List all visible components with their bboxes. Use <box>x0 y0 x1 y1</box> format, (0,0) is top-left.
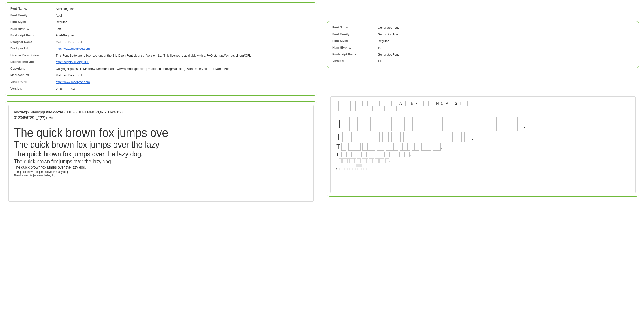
meta-value: Matthew Desmond <box>55 39 312 46</box>
missing-glyph-box <box>454 117 459 131</box>
meta-row: Font Family:GeneratedFont <box>332 31 634 38</box>
meta-row: Version:1.0 <box>332 58 634 64</box>
missing-glyph-box <box>393 152 395 157</box>
missing-glyph-box <box>383 117 387 131</box>
missing-glyph-box <box>342 132 346 142</box>
missing-glyph-box <box>366 158 368 163</box>
meta-value: 10 <box>377 44 634 51</box>
missing-glyph-box <box>446 132 450 142</box>
missing-glyph-box <box>461 132 465 142</box>
meta-key: Font Family: <box>332 31 377 38</box>
missing-glyph-box <box>382 143 384 151</box>
missing-glyph-box <box>480 117 484 131</box>
meta-row: Version:Version 1.003 <box>10 85 312 92</box>
missing-glyph-box <box>358 106 360 111</box>
missing-glyph-box <box>365 168 366 170</box>
waterfall-line-6: The quick brown fox jumps over the lazy … <box>14 170 278 174</box>
missing-glyph-box <box>369 164 370 167</box>
missing-glyph-box <box>496 117 501 131</box>
rendered-glyph: . <box>369 168 370 170</box>
right-meta-card: Font Name:GeneratedFontFont Family:Gener… <box>327 21 639 68</box>
rendered-glyph: S <box>455 101 457 106</box>
meta-value: Version 1.003 <box>55 85 312 92</box>
missing-glyph-box <box>425 117 430 131</box>
rendered-glyph: T <box>337 117 343 131</box>
missing-glyph-box <box>452 101 454 106</box>
gen-waterfall: T. T. T. T. T. T. T. <box>336 117 630 170</box>
missing-glyph-box <box>394 132 398 142</box>
meta-key: Postscript Name: <box>332 51 377 58</box>
rendered-glyph: T <box>336 152 339 157</box>
rendered-glyph: A <box>399 101 402 106</box>
missing-glyph-box <box>345 164 346 167</box>
missing-glyph-box <box>406 132 410 142</box>
meta-key: Num Glyphs: <box>10 26 55 32</box>
gen-charset: AEFNOPST . <box>336 101 630 111</box>
left-column: Font Name:Abel RegularFont Family:AbelFo… <box>5 3 317 205</box>
missing-glyph-box <box>449 132 453 142</box>
waterfall-line-1: The quick brown fox jumps ove <box>14 126 278 139</box>
meta-value: Copyright (c) 2011, Matthew Desmond (htt… <box>55 65 312 72</box>
charset-line1: abcdefghijklmnopqrstuvwxyzABCDEFGHIJKLMN… <box>14 110 124 114</box>
missing-glyph-box <box>377 158 379 163</box>
missing-glyph-box <box>354 132 358 142</box>
left-meta-card: Font Name:Abel RegularFont Family:AbelFo… <box>5 3 317 96</box>
meta-key: Font Style: <box>332 38 377 44</box>
meta-key: Version: <box>332 58 377 64</box>
rendered-glyph: F <box>415 101 418 106</box>
rendered-glyph: T <box>336 168 338 170</box>
missing-glyph-box <box>417 143 419 151</box>
missing-glyph-box <box>373 132 376 142</box>
meta-row: Num Glyphs:259 <box>10 26 312 32</box>
missing-glyph-box <box>400 132 404 142</box>
meta-link[interactable]: http://www.madtype.com <box>56 80 90 84</box>
meta-key: Font Style: <box>10 19 55 26</box>
meta-value: GeneratedFont <box>377 24 634 31</box>
missing-glyph-box <box>408 117 412 131</box>
waterfall-line-7: The quick brown fox jumps over the lazy … <box>14 174 278 177</box>
missing-glyph-box <box>340 158 342 163</box>
missing-glyph-box <box>358 168 359 170</box>
missing-glyph-box <box>452 132 456 142</box>
meta-row: Postscript Name:GeneratedFont <box>332 51 634 58</box>
missing-glyph-box <box>474 101 477 106</box>
missing-glyph-box <box>412 117 417 131</box>
missing-glyph-box <box>422 132 425 142</box>
missing-glyph-box <box>438 143 440 151</box>
missing-glyph-box <box>392 117 396 131</box>
missing-glyph-box <box>392 132 395 142</box>
meta-key: Postscript Name: <box>10 32 55 39</box>
rendered-glyph: T <box>336 164 338 167</box>
gen-water-2: T. <box>336 132 630 142</box>
gen-water-4: T. <box>336 152 630 157</box>
meta-key: Num Glyphs: <box>332 44 377 51</box>
missing-glyph-box <box>358 143 360 151</box>
left-meta-table: Font Name:Abel RegularFont Family:AbelFo… <box>10 6 312 92</box>
meta-key: Vendor Url: <box>10 79 55 85</box>
meta-row: License Info Url:http://scripts.sil.org/… <box>10 59 312 65</box>
missing-glyph-box <box>417 117 421 131</box>
missing-glyph-box <box>518 117 522 131</box>
missing-glyph-box <box>401 152 403 157</box>
missing-glyph-box <box>434 117 438 131</box>
meta-link[interactable]: http://scripts.sil.org/OFL <box>56 60 89 64</box>
meta-link[interactable]: http://www.madtype.com <box>56 47 90 51</box>
missing-glyph-box <box>359 158 360 163</box>
missing-glyph-box <box>509 117 513 131</box>
missing-glyph-box <box>456 132 459 142</box>
missing-glyph-box <box>366 117 371 131</box>
meta-row: Font Name:Abel Regular <box>10 6 312 12</box>
missing-glyph-box <box>434 132 437 142</box>
missing-glyph-box <box>347 158 349 163</box>
meta-key: License Info Url: <box>10 59 55 65</box>
right-preview-card: AEFNOPST . T. T. T. T. T. T. T. <box>327 93 639 197</box>
meta-value: Regular <box>377 38 634 44</box>
rendered-glyph: . <box>389 158 390 163</box>
meta-value: 1.0 <box>377 58 634 64</box>
missing-glyph-box <box>362 117 366 131</box>
gen-water-7: T. <box>336 168 630 170</box>
missing-glyph-box <box>350 117 354 131</box>
charset-sample: abcdefghijklmnopqrstuvwxyzABCDEFGHIJKLMN… <box>14 110 278 121</box>
left-preview-inner: abcdefghijklmnopqrstuvwxyzABCDEFGHIJKLMN… <box>8 105 314 202</box>
meta-key: Font Name: <box>10 6 55 12</box>
